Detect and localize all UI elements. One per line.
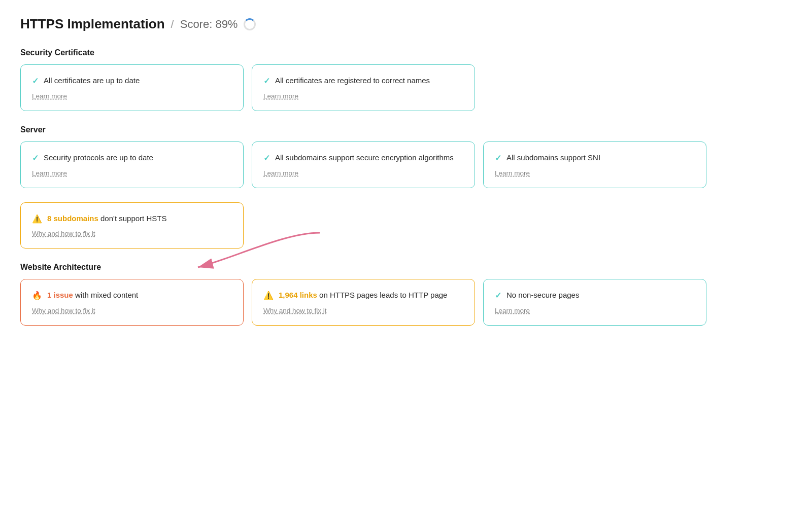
card-text-protocols: Security protocols are up to date (44, 152, 153, 163)
learn-more-link-sni[interactable]: Learn more (495, 169, 530, 177)
check-icon: ✓ (495, 153, 501, 163)
card-http-links: ⚠️ 1,964 links on HTTPS pages leads to H… (252, 279, 475, 326)
learn-more-link-cert-registered[interactable]: Learn more (263, 92, 298, 100)
card-sni: ✓ All subdomains support SNI Learn more (483, 141, 706, 188)
check-icon: ✓ (32, 76, 39, 86)
card-mixed-content: 🔥 1 issue with mixed content Why and how… (20, 279, 244, 326)
section-title-security-certificate: Security Certificate (20, 48, 792, 57)
card-text-http-links: 1,964 links on HTTPS pages leads to HTTP… (279, 290, 447, 301)
warning-icon: ⚠️ (263, 291, 274, 300)
cards-row-hsts: ⚠️ 8 subdomains don't support HSTS Why a… (20, 202, 792, 249)
learn-more-link-no-non-secure[interactable]: Learn more (495, 307, 530, 314)
learn-more-link-cert-up-to-date[interactable]: Learn more (32, 92, 67, 100)
card-header: ✓ All certificates are up to date (32, 75, 232, 86)
check-icon: ✓ (263, 76, 270, 86)
card-text-mixed-content: 1 issue with mixed content (47, 290, 138, 301)
card-header: ✓ No non-secure pages (495, 290, 695, 301)
card-text-encryption: All subdomains support secure encryption… (275, 152, 454, 163)
page-title: HTTPS Implementation (20, 16, 165, 32)
card-header: ✓ All subdomains support SNI (495, 152, 695, 163)
card-header: ✓ All certificates are registered to cor… (263, 75, 463, 86)
card-no-non-secure: ✓ No non-secure pages Learn more (483, 279, 706, 326)
mixed-content-link[interactable]: 1 issue (47, 291, 73, 299)
card-text-cert-up-to-date: All certificates are up to date (44, 75, 140, 86)
section-server: Server ✓ Security protocols are up to da… (20, 125, 792, 188)
score-separator: / (171, 18, 174, 31)
section-title-server: Server (20, 125, 792, 134)
why-fix-link-mixed-content[interactable]: Why and how to fix it (32, 307, 95, 314)
warning-icon: ⚠️ (32, 214, 42, 224)
learn-more-link-encryption[interactable]: Learn more (263, 169, 298, 177)
card-protocols: ✓ Security protocols are up to date Lear… (20, 141, 244, 188)
score-text: Score: 89% (180, 18, 238, 31)
cards-row-server: ✓ Security protocols are up to date Lear… (20, 141, 792, 188)
check-icon: ✓ (263, 153, 270, 163)
card-encryption: ✓ All subdomains support secure encrypti… (252, 141, 475, 188)
hsts-subdomains-link[interactable]: 8 subdomains (47, 214, 98, 223)
fire-icon: 🔥 (32, 291, 42, 300)
card-cert-registered: ✓ All certificates are registered to cor… (252, 64, 475, 111)
check-icon: ✓ (32, 153, 39, 163)
card-text-cert-registered: All certificates are registered to corre… (275, 75, 430, 86)
card-text-no-non-secure: No non-secure pages (506, 290, 579, 301)
page-header: HTTPS Implementation / Score: 89% (20, 16, 792, 32)
card-header: ✓ All subdomains support secure encrypti… (263, 152, 463, 163)
card-header: 🔥 1 issue with mixed content (32, 290, 232, 301)
card-hsts: ⚠️ 8 subdomains don't support HSTS Why a… (20, 202, 244, 249)
card-text-sni: All subdomains support SNI (506, 152, 600, 163)
why-fix-link-hsts[interactable]: Why and how to fix it (32, 230, 95, 237)
section-title-website-architecture: Website Architecture (20, 263, 792, 272)
http-links-link[interactable]: 1,964 links (279, 291, 317, 299)
section-website-architecture: Website Architecture 🔥 1 issue with mixe… (20, 263, 792, 326)
card-header: ✓ Security protocols are up to date (32, 152, 232, 163)
check-icon: ✓ (495, 291, 501, 300)
section-security-certificate: Security Certificate ✓ All certificates … (20, 48, 792, 111)
cards-row-website-architecture: 🔥 1 issue with mixed content Why and how… (20, 279, 792, 326)
section-hsts: ⚠️ 8 subdomains don't support HSTS Why a… (20, 202, 792, 249)
card-header: ⚠️ 8 subdomains don't support HSTS (32, 213, 232, 224)
card-cert-up-to-date: ✓ All certificates are up to date Learn … (20, 64, 244, 111)
cards-row-security-certificate: ✓ All certificates are up to date Learn … (20, 64, 792, 111)
card-header: ⚠️ 1,964 links on HTTPS pages leads to H… (263, 290, 463, 301)
score-spinner (244, 18, 256, 30)
learn-more-link-protocols[interactable]: Learn more (32, 169, 67, 177)
why-fix-link-http-links[interactable]: Why and how to fix it (263, 307, 327, 314)
card-text-hsts: 8 subdomains don't support HSTS (47, 213, 166, 224)
